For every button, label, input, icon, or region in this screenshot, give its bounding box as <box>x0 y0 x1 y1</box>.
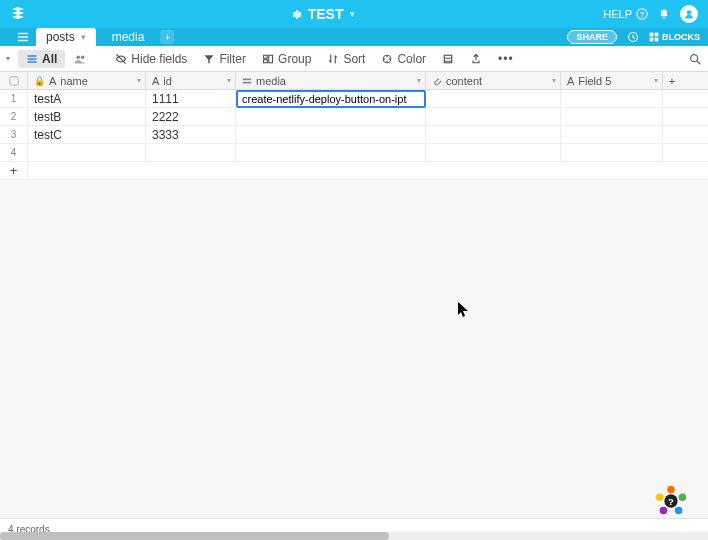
menu-icon[interactable] <box>16 30 30 44</box>
chevron-down-icon[interactable]: ▾ <box>417 76 421 85</box>
row-number[interactable]: 4 <box>0 144 28 161</box>
avatar[interactable] <box>680 5 698 23</box>
history-icon[interactable] <box>627 31 639 43</box>
tool-label: Group <box>278 52 311 66</box>
cell-field5[interactable] <box>561 126 663 143</box>
column-label: id <box>163 75 172 87</box>
cell-media-active[interactable] <box>236 90 426 108</box>
add-row-button[interactable]: + <box>0 162 708 180</box>
more-button[interactable]: ••• <box>494 50 518 68</box>
app-header: TEST ▾ HELP ? <box>0 0 708 28</box>
table-row[interactable]: 3 testC 3333 <box>0 126 708 144</box>
column-header-media[interactable]: media ▾ <box>236 72 426 89</box>
table-row[interactable]: 4 <box>0 144 708 162</box>
data-grid: 1 testA 1111 2 testB 2222 3 testC 3333 4 <box>0 90 708 180</box>
view-menu-toggle[interactable]: ▾ <box>6 54 10 63</box>
column-header-content[interactable]: content ▾ <box>426 72 561 89</box>
cell-id[interactable]: 3333 <box>146 126 236 143</box>
chevron-down-icon[interactable]: ▾ <box>227 76 231 85</box>
blocks-label: BLOCKS <box>662 32 700 42</box>
filter-button[interactable]: Filter <box>199 50 250 68</box>
cell-name[interactable]: testB <box>28 108 146 125</box>
svg-rect-5 <box>655 33 659 37</box>
cell-id[interactable] <box>146 144 236 161</box>
media-input[interactable] <box>242 93 420 105</box>
chevron-down-icon[interactable]: ▾ <box>552 76 556 85</box>
search-icon[interactable] <box>688 52 702 66</box>
cell-media[interactable] <box>236 126 426 143</box>
select-all-checkbox[interactable] <box>0 72 28 89</box>
cell-content[interactable] <box>426 108 561 125</box>
base-name[interactable]: TEST <box>308 6 344 22</box>
svg-point-22 <box>691 54 698 61</box>
tab-media[interactable]: media <box>102 28 155 46</box>
svg-point-30 <box>656 493 664 501</box>
share-view-button[interactable] <box>466 51 486 67</box>
tab-posts[interactable]: posts ▾ <box>36 28 96 46</box>
svg-point-26 <box>667 486 675 494</box>
cell-name[interactable]: testC <box>28 126 146 143</box>
svg-point-19 <box>387 60 389 62</box>
svg-rect-7 <box>655 38 659 42</box>
svg-rect-4 <box>650 33 654 37</box>
help-link[interactable]: HELP ? <box>603 8 648 20</box>
secondary-bar: posts ▾ media + SHARE BLOCKS <box>0 28 708 46</box>
view-toolbar: ▾ All Hide fields Filter Group Sort Colo… <box>0 46 708 72</box>
table-row[interactable]: 2 testB 2222 <box>0 108 708 126</box>
cell-field5[interactable] <box>561 90 663 107</box>
table-row[interactable]: 1 testA 1111 <box>0 90 708 108</box>
blocks-button[interactable]: BLOCKS <box>649 32 700 42</box>
people-icon[interactable] <box>73 52 87 66</box>
logo-icon[interactable] <box>10 5 26 21</box>
cell-name[interactable]: testA <box>28 90 146 107</box>
help-icon: ? <box>636 8 648 20</box>
intercom-launcher[interactable]: ? <box>652 482 690 520</box>
hide-fields-button[interactable]: Hide fields <box>111 50 191 68</box>
sort-button[interactable]: Sort <box>323 50 369 68</box>
chevron-down-icon[interactable]: ▾ <box>350 9 355 19</box>
cell-id[interactable]: 1111 <box>146 90 236 107</box>
lock-icon: 🔒 <box>34 76 45 86</box>
cell-name[interactable] <box>28 144 146 161</box>
group-button[interactable]: Group <box>258 50 315 68</box>
svg-rect-14 <box>264 59 268 62</box>
tool-label: Hide fields <box>131 52 187 66</box>
row-number[interactable]: 2 <box>0 108 28 125</box>
row-height-button[interactable] <box>438 51 458 67</box>
svg-text:?: ? <box>640 10 645 19</box>
horizontal-scrollbar[interactable] <box>0 532 708 540</box>
cell-content[interactable] <box>426 126 561 143</box>
column-header-id[interactable]: A id ▾ <box>146 72 236 89</box>
scrollbar-thumb[interactable] <box>0 532 389 540</box>
svg-text:?: ? <box>668 496 674 507</box>
cell-media[interactable] <box>236 108 426 125</box>
cell-content[interactable] <box>426 90 561 107</box>
column-header-name[interactable]: 🔒 A name ▾ <box>28 72 146 89</box>
chevron-down-icon[interactable]: ▾ <box>137 76 141 85</box>
chevron-down-icon[interactable]: ▾ <box>654 76 658 85</box>
cell-media[interactable] <box>236 144 426 161</box>
svg-rect-25 <box>243 81 251 83</box>
svg-point-17 <box>387 56 389 58</box>
row-number[interactable]: 1 <box>0 90 28 107</box>
cell-field5[interactable] <box>561 144 663 161</box>
add-table-button[interactable]: + <box>160 30 174 44</box>
tool-label: Color <box>397 52 426 66</box>
view-selector[interactable]: All <box>18 50 65 68</box>
column-label: content <box>446 75 482 87</box>
mouse-cursor <box>458 302 470 321</box>
add-column-button[interactable]: + <box>663 72 681 89</box>
cell-field5[interactable] <box>561 108 663 125</box>
svg-rect-13 <box>264 55 268 58</box>
svg-point-20 <box>384 58 386 60</box>
column-header-field5[interactable]: A Field 5 ▾ <box>561 72 663 89</box>
color-button[interactable]: Color <box>377 50 430 68</box>
cell-content[interactable] <box>426 144 561 161</box>
cell-id[interactable]: 2222 <box>146 108 236 125</box>
chevron-down-icon: ▾ <box>81 32 86 42</box>
bell-icon[interactable] <box>658 8 670 20</box>
row-number[interactable]: 3 <box>0 126 28 143</box>
share-button[interactable]: SHARE <box>567 30 617 44</box>
svg-point-27 <box>679 493 687 501</box>
gear-icon[interactable] <box>289 8 302 21</box>
